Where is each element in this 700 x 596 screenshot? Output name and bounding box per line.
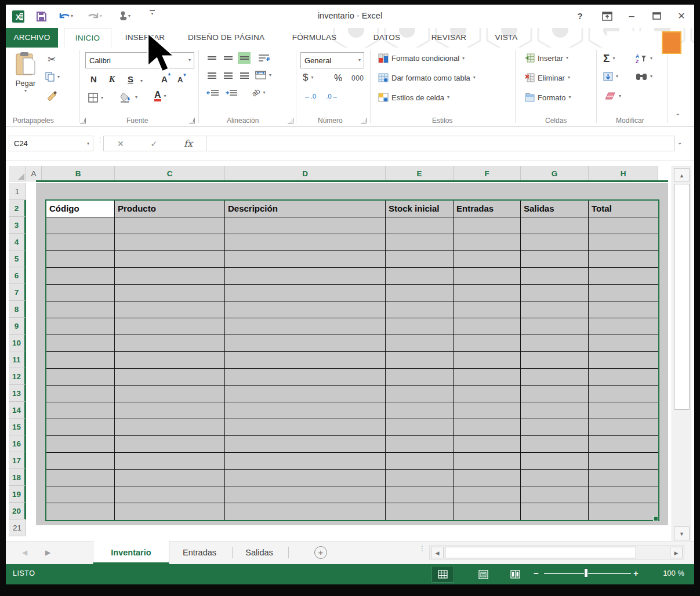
row-header-16[interactable]: 16 bbox=[9, 435, 26, 452]
enter-button[interactable]: ✓ bbox=[151, 139, 158, 148]
table-cell[interactable] bbox=[115, 369, 225, 386]
page-break-view-button[interactable] bbox=[505, 566, 526, 582]
column-header-F[interactable]: F bbox=[454, 166, 521, 181]
row-header-18[interactable]: 18 bbox=[9, 469, 26, 486]
alignment-dialog-launcher[interactable] bbox=[288, 118, 293, 123]
table-cell[interactable] bbox=[454, 234, 521, 251]
name-box-caret[interactable]: ▾ bbox=[87, 141, 93, 146]
scroll-left-button[interactable]: ◀ bbox=[431, 547, 444, 558]
table-cell[interactable] bbox=[589, 486, 658, 503]
column-header-B[interactable]: B bbox=[42, 166, 115, 181]
ribbon-tab-inicio[interactable]: INICIO bbox=[64, 28, 111, 48]
paste-button[interactable]: Pegar ▾ bbox=[10, 51, 41, 112]
table-cell[interactable] bbox=[386, 268, 454, 285]
table-cell[interactable] bbox=[115, 402, 225, 419]
format-painter-button[interactable] bbox=[46, 90, 58, 104]
scroll-down-button[interactable]: ▼ bbox=[674, 526, 690, 540]
row-header-10[interactable]: 10 bbox=[9, 335, 26, 351]
table-cell[interactable] bbox=[386, 470, 454, 486]
table-cell[interactable] bbox=[454, 285, 521, 301]
table-cell[interactable] bbox=[225, 285, 386, 301]
table-cell[interactable] bbox=[46, 402, 115, 419]
table-cell[interactable] bbox=[115, 217, 225, 234]
table-cell[interactable] bbox=[115, 251, 225, 268]
ribbon-tab-f-rmulas[interactable]: FÓRMULAS bbox=[285, 28, 343, 48]
table-cell[interactable] bbox=[46, 301, 115, 318]
row-header-6[interactable]: 6 bbox=[9, 267, 26, 284]
table-cell[interactable] bbox=[386, 335, 454, 352]
table-cell[interactable] bbox=[589, 285, 658, 301]
row-header-13[interactable]: 13 bbox=[9, 385, 26, 402]
table-cell[interactable] bbox=[454, 503, 521, 520]
autosum-button[interactable]: Σ▾ bbox=[603, 52, 615, 65]
table-cell[interactable] bbox=[115, 503, 225, 520]
table-cell[interactable] bbox=[521, 369, 589, 386]
table-cell[interactable] bbox=[589, 318, 658, 335]
row-header-7[interactable]: 7 bbox=[9, 284, 26, 301]
table-cell[interactable] bbox=[589, 352, 658, 369]
table-cell[interactable] bbox=[589, 419, 658, 436]
table-cell[interactable] bbox=[454, 251, 521, 268]
paste-caret[interactable]: ▾ bbox=[10, 89, 41, 93]
table-cell[interactable] bbox=[386, 251, 454, 268]
table-cell[interactable] bbox=[454, 386, 521, 402]
table-cell[interactable] bbox=[115, 352, 225, 369]
row-header-5[interactable]: 5 bbox=[9, 250, 26, 267]
clear-button[interactable]: ▾ bbox=[604, 92, 621, 100]
table-cell[interactable] bbox=[589, 453, 658, 470]
align-right-button[interactable] bbox=[238, 70, 251, 81]
table-header-descripcion[interactable]: Descripción bbox=[225, 201, 386, 217]
table-cell[interactable] bbox=[521, 268, 589, 285]
table-cell[interactable] bbox=[225, 301, 386, 318]
table-cell[interactable] bbox=[46, 234, 115, 251]
column-header-A[interactable]: A bbox=[26, 166, 42, 181]
table-cell[interactable] bbox=[521, 453, 589, 470]
underline-button[interactable]: S bbox=[128, 74, 133, 84]
table-cell[interactable] bbox=[46, 217, 115, 234]
table-cell[interactable] bbox=[225, 486, 386, 503]
clipboard-dialog-launcher[interactable] bbox=[80, 118, 86, 123]
table-cell[interactable] bbox=[521, 301, 589, 318]
row-header-17[interactable]: 17 bbox=[9, 452, 26, 469]
table-cell[interactable] bbox=[225, 268, 386, 285]
table-cell[interactable] bbox=[46, 268, 115, 285]
table-header-stock-inicial[interactable]: Stock inicial bbox=[386, 201, 454, 217]
table-cell[interactable] bbox=[115, 268, 225, 285]
horizontal-scroll-thumb[interactable] bbox=[445, 547, 636, 558]
zoom-slider-thumb[interactable] bbox=[584, 568, 588, 577]
table-cell[interactable] bbox=[115, 436, 225, 453]
table-cell[interactable] bbox=[46, 386, 115, 402]
table-cell[interactable] bbox=[386, 301, 454, 318]
table-cell[interactable] bbox=[386, 369, 454, 386]
table-cell[interactable] bbox=[115, 301, 225, 318]
font-dialog-launcher[interactable] bbox=[189, 118, 195, 123]
accounting-format-button[interactable]: $▾ bbox=[303, 72, 313, 83]
table-cell[interactable] bbox=[225, 335, 386, 352]
row-header-14[interactable]: 14 bbox=[9, 402, 26, 419]
page-layout-view-button[interactable] bbox=[473, 566, 494, 582]
row-header-2[interactable]: 2 bbox=[9, 200, 26, 217]
table-cell[interactable] bbox=[225, 234, 386, 251]
table-cell[interactable] bbox=[46, 453, 115, 470]
table-cell[interactable] bbox=[454, 453, 521, 470]
table-cell[interactable] bbox=[386, 217, 454, 234]
table-cell[interactable] bbox=[521, 234, 589, 251]
table-cell[interactable] bbox=[386, 318, 454, 335]
bold-button[interactable]: N bbox=[90, 74, 97, 84]
merge-center-button[interactable]: ▾ bbox=[255, 71, 271, 79]
ribbon-tab-revisar[interactable]: REVISAR bbox=[425, 28, 473, 48]
close-button[interactable]: ✕ bbox=[673, 9, 690, 23]
table-cell[interactable] bbox=[46, 352, 115, 369]
number-format-select[interactable]: General▾ bbox=[300, 52, 364, 68]
fill-handle[interactable] bbox=[653, 516, 658, 521]
format-as-table-button[interactable]: Dar formato como tabla▾ bbox=[378, 73, 476, 82]
row-header-12[interactable]: 12 bbox=[9, 368, 26, 385]
normal-view-button[interactable] bbox=[432, 566, 454, 582]
fill-button[interactable]: ▾ bbox=[603, 72, 618, 81]
table-cell[interactable] bbox=[225, 251, 386, 268]
conditional-formatting-button[interactable]: Formato condicional▾ bbox=[378, 53, 465, 63]
table-cell[interactable] bbox=[589, 386, 658, 402]
table-cell[interactable] bbox=[589, 470, 658, 486]
table-header-codigo[interactable]: Código bbox=[46, 201, 115, 217]
undo-caret[interactable]: ▾ bbox=[71, 14, 73, 19]
